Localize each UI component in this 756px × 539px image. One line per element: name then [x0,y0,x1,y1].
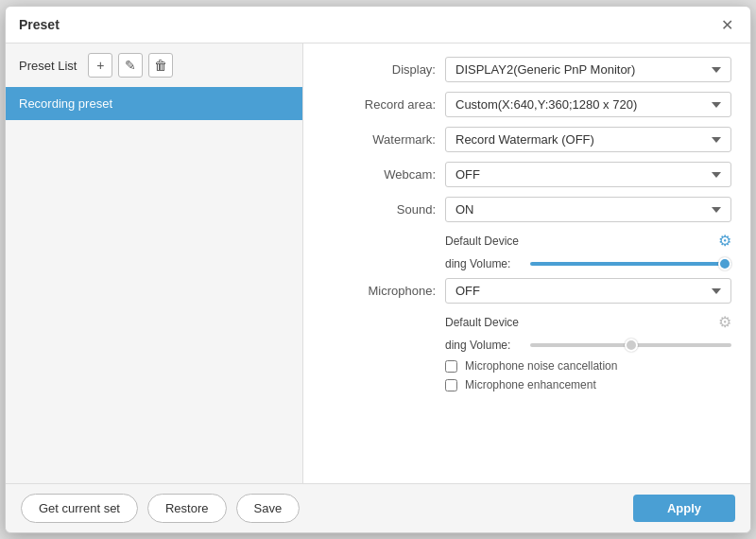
sidebar: Preset List + ✎ 🗑 Recording preset [6,43,303,483]
add-preset-button[interactable]: + [88,53,112,78]
content-area: Preset List + ✎ 🗑 Recording preset Displ… [6,43,750,483]
delete-preset-button[interactable]: 🗑 [148,53,173,78]
preset-list-label: Preset List [19,59,77,73]
webcam-label: Webcam: [322,167,445,182]
sound-label: Sound: [322,202,445,217]
mic-default-device-label: Default Device [445,316,718,329]
mic-device-row: Default Device ⚙ [322,313,731,331]
edit-preset-button[interactable]: ✎ [118,53,143,78]
webcam-select[interactable]: OFF [445,162,731,187]
sidebar-item-recording-preset[interactable]: Recording preset [6,87,302,120]
main-panel: Display: DISPLAY2(Generic PnP Monitor) R… [303,43,750,483]
sound-volume-slider[interactable] [530,262,731,266]
watermark-control: Record Watermark (OFF) [445,127,731,152]
record-area-select[interactable]: Custom(X:640,Y:360;1280 x 720) [445,92,731,117]
save-button[interactable]: Save [236,494,301,523]
display-row: Display: DISPLAY2(Generic PnP Monitor) [322,57,731,82]
mic-settings-icon[interactable]: ⚙ [718,313,731,331]
sound-default-device-label: Default Device [445,235,718,248]
record-area-control: Custom(X:640,Y:360;1280 x 720) [445,92,731,117]
microphone-label: Microphone: [322,284,445,298]
display-label: Display: [322,62,445,77]
sound-device-row: Default Device ⚙ [322,232,731,250]
enhancement-label: Microphone enhancement [465,378,596,391]
sound-select[interactable]: ON [445,197,731,222]
record-area-row: Record area: Custom(X:640,Y:360;1280 x 7… [322,92,731,117]
mic-volume-label: ding Volume: [445,339,530,352]
sound-volume-slider-container [530,262,731,266]
microphone-select[interactable]: OFF [445,278,731,304]
restore-button[interactable]: Restore [147,494,227,523]
microphone-control: OFF [445,278,731,304]
close-button[interactable]: ✕ [716,14,737,35]
sound-row: Sound: ON [322,197,731,222]
noise-cancellation-row: Microphone noise cancellation [322,359,731,373]
apply-button[interactable]: Apply [633,495,735,522]
watermark-row: Watermark: Record Watermark (OFF) [322,127,731,152]
footer: Get current set Restore Save Apply [6,483,750,532]
webcam-row: Webcam: OFF [322,162,731,187]
watermark-label: Watermark: [322,132,445,147]
sound-volume-label: ding Volume: [445,257,530,270]
noise-cancellation-label: Microphone noise cancellation [465,359,617,373]
watermark-select[interactable]: Record Watermark (OFF) [445,127,731,152]
enhancement-checkbox[interactable] [445,379,457,391]
webcam-control: OFF [445,162,731,187]
mic-volume-row: ding Volume: [322,339,731,352]
preset-dialog: Preset ✕ Preset List + ✎ 🗑 Recording pre… [5,6,751,533]
preset-list-header: Preset List + ✎ 🗑 [6,53,302,87]
dialog-title: Preset [19,17,60,32]
title-bar: Preset ✕ [6,7,750,43]
sound-volume-row: ding Volume: [322,257,731,270]
display-control: DISPLAY2(Generic PnP Monitor) [445,57,731,82]
get-current-set-button[interactable]: Get current set [21,494,138,523]
mic-volume-slider-container [530,343,731,347]
mic-volume-slider[interactable] [530,343,731,347]
sound-settings-icon[interactable]: ⚙ [718,232,731,250]
sound-control: ON [445,197,731,222]
noise-cancellation-checkbox[interactable] [445,360,457,373]
microphone-row: Microphone: OFF [322,278,731,304]
enhancement-row: Microphone enhancement [322,378,731,391]
display-select[interactable]: DISPLAY2(Generic PnP Monitor) [445,57,731,82]
record-area-label: Record area: [322,97,445,112]
